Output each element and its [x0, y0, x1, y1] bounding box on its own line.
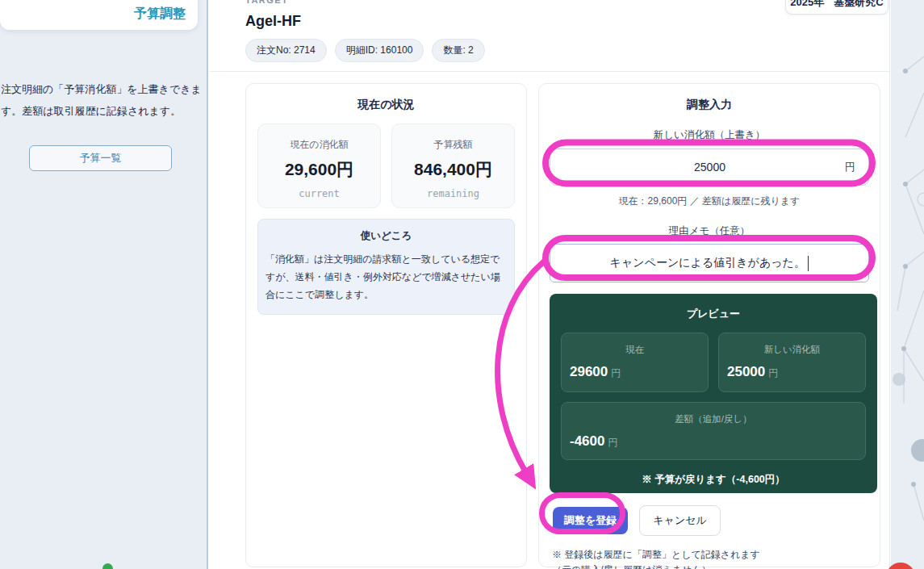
- amount-unit: 円: [845, 160, 868, 174]
- usage-info-body: 「消化額」は注文明細の請求額と一致している想定ですが、送料・値引き・例外対応など…: [265, 250, 507, 303]
- preview-diff-unit: 円: [608, 437, 617, 448]
- sidebar-header-card: 予算調整: [0, 0, 198, 30]
- stat-current-sub: current: [258, 188, 380, 199]
- button-row: 調整を登録 キャンセル: [553, 505, 880, 536]
- stat-current-value: 29,600円: [258, 158, 380, 181]
- footnote-line1: ※ 登録後は履歴に「調整」として記録されます: [552, 547, 880, 563]
- sidebar-description: 注文明細の「予算消化額」を上書きできま す。差額は取引履歴に記録されます。: [1, 78, 207, 122]
- memo-label: 理由メモ（任意）: [539, 224, 880, 238]
- preview-box-new: 新しい消化額 25000円: [718, 333, 866, 392]
- cancel-button[interactable]: キャンセル: [639, 505, 721, 536]
- main-content: TARGET Agel-HF 注文No: 2714 明細ID: 160100 数…: [210, 0, 890, 569]
- sidebar: 予算調整 注文明細の「予算消化額」を上書きできま す。差額は取引履歴に記録されま…: [0, 0, 208, 569]
- preview-diff-value: -4600円: [570, 433, 857, 450]
- fund-label: 基盤研究C: [834, 0, 883, 10]
- current-status-card: 現在の状況 現在の消化額 29,600円 current 予算残額 846,40…: [245, 83, 527, 567]
- sidebar-description-line1: 注文明細の「予算消化額」を上書きできま: [1, 78, 207, 100]
- amount-label: 新しい消化額（上書き）: [539, 128, 880, 142]
- budget-list-button[interactable]: 予算一覧: [29, 145, 172, 171]
- preview-note: ※ 予算が戻ります（-4,600円）: [561, 473, 866, 487]
- preview-new-label: 新しい消化額: [727, 344, 857, 356]
- preview-box-current: 現在 29600円: [561, 333, 709, 392]
- footnote-line2: （元の購入/戻し履歴は消えません）: [552, 563, 880, 569]
- stat-remaining-label: 予算残額: [392, 138, 514, 152]
- preview-grid: 現在 29600円 新しい消化額 25000円 差額（追加/戻し） -4600円: [561, 333, 866, 460]
- stat-card-current: 現在の消化額 29,600円 current: [257, 123, 381, 208]
- sidebar-description-line2: す。差額は取引履歴に記録されます。: [1, 100, 207, 122]
- order-no-badge: 注文No: 2714: [245, 39, 327, 62]
- stat-current-label: 現在の消化額: [258, 138, 380, 152]
- background-pattern-strip: [891, 0, 924, 569]
- preview-diff-label: 差額（追加/戻し）: [570, 413, 857, 425]
- preview-panel: プレビュー 現在 29600円 新しい消化額 25000円 差額（追加/戻し） …: [550, 294, 877, 493]
- usage-info-box: 使いどころ 「消化額」は注文明細の請求額と一致している想定ですが、送料・値引き・…: [257, 219, 515, 315]
- amount-note: 現在：29,600円 ／ 差額は履歴に残ります: [539, 195, 880, 208]
- stats-row: 現在の消化額 29,600円 current 予算残額 846,400円 rem…: [257, 123, 515, 208]
- badge-row: 注文No: 2714 明細ID: 160100 数量: 2: [245, 39, 485, 62]
- preview-current-unit: 円: [611, 367, 621, 379]
- green-status-dot: [102, 563, 113, 569]
- stat-remaining-sub: remaining: [392, 188, 514, 199]
- header-divider: [210, 71, 889, 72]
- quantity-badge: 数量: 2: [432, 39, 484, 62]
- detail-id-badge: 明細ID: 160100: [335, 39, 424, 62]
- preview-current-label: 現在: [570, 344, 700, 356]
- memo-input[interactable]: キャンペーンによる値引きがあった。: [550, 244, 869, 282]
- year-fund-badge: 2025年 基盤研究C: [785, 0, 888, 15]
- target-label: TARGET: [245, 0, 288, 5]
- current-status-title: 現在の状況: [246, 98, 526, 112]
- sidebar-title: 予算調整: [134, 6, 186, 23]
- stat-card-remaining: 予算残額 846,400円 remaining: [391, 123, 515, 208]
- adjust-input-card: 調整入力 新しい消化額（上書き） 25000 円 現在：29,600円 ／ 差額…: [538, 83, 880, 567]
- preview-current-value: 29600円: [570, 364, 700, 380]
- usage-info-title: 使いどころ: [265, 229, 507, 243]
- text-cursor: [808, 256, 809, 271]
- amount-value: 25000: [550, 161, 845, 174]
- stat-remaining-value: 846,400円: [392, 158, 514, 181]
- submit-adjustment-button[interactable]: 調整を登録: [553, 507, 628, 534]
- memo-value: キャンペーンによる値引きがあった。: [610, 256, 805, 270]
- footnote: ※ 登録後は履歴に「調整」として記録されます （元の購入/戻し履歴は消えません）: [552, 547, 880, 569]
- preview-title: プレビュー: [561, 294, 866, 321]
- preview-box-diff: 差額（追加/戻し） -4600円: [561, 402, 866, 460]
- amount-input[interactable]: 25000 円: [550, 149, 869, 186]
- adjust-title: 調整入力: [539, 98, 880, 112]
- preview-new-value: 25000円: [727, 364, 857, 380]
- constellation-pattern: [891, 0, 924, 569]
- page-title: Agel-HF: [245, 13, 301, 30]
- year-label: 2025年: [790, 0, 824, 10]
- preview-new-unit: 円: [768, 367, 778, 379]
